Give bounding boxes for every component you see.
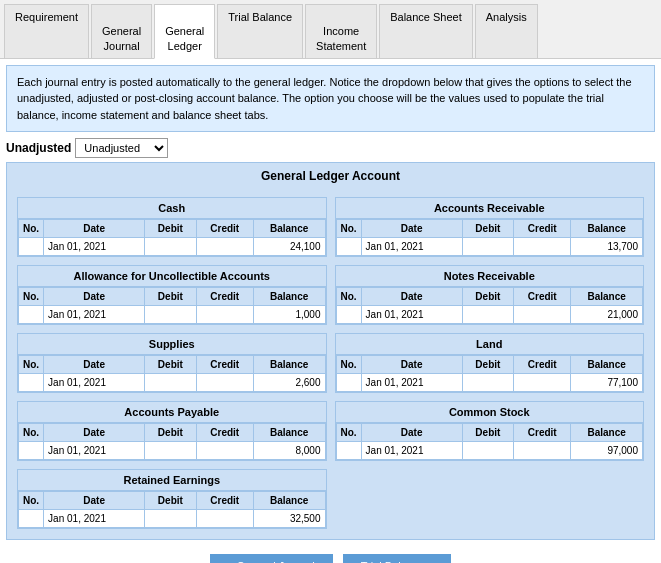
col-no: No. (336, 356, 361, 374)
col-debit: Debit (462, 424, 513, 442)
col-balance: Balance (253, 356, 325, 374)
tab-general-journal[interactable]: General Journal (91, 4, 152, 58)
col-credit: Credit (196, 356, 253, 374)
col-debit: Debit (462, 356, 513, 374)
account-supplies-title: Supplies (18, 334, 326, 355)
col-no: No. (19, 220, 44, 238)
tab-requirement[interactable]: Requirement (4, 4, 89, 58)
col-balance: Balance (253, 288, 325, 306)
account-supplies: Supplies No. Date Debit Credit Balance J… (17, 333, 327, 393)
col-no: No. (336, 288, 361, 306)
col-credit: Credit (514, 220, 571, 238)
col-date: Date (44, 424, 145, 442)
table-row: Jan 01, 2021 13,700 (336, 238, 643, 256)
prev-button[interactable]: ‹ General Journal (210, 554, 333, 563)
col-date: Date (44, 356, 145, 374)
account-retained-earnings-title: Retained Earnings (18, 470, 326, 491)
account-ar-title: Accounts Receivable (336, 198, 644, 219)
col-debit: Debit (145, 492, 196, 510)
table-row: Jan 01, 2021 24,100 (19, 238, 326, 256)
col-no: No. (19, 356, 44, 374)
col-balance: Balance (571, 424, 643, 442)
col-no: No. (336, 424, 361, 442)
col-debit: Debit (462, 288, 513, 306)
tab-balance-sheet[interactable]: Balance Sheet (379, 4, 473, 58)
bottom-navigation: ‹ General Journal Trial Balance › (0, 544, 661, 563)
tab-trial-balance[interactable]: Trial Balance (217, 4, 303, 58)
table-row: Jan 01, 2021 8,000 (19, 442, 326, 460)
col-balance: Balance (571, 220, 643, 238)
general-ledger-section: General Ledger Account Cash No. Date Deb… (6, 162, 655, 540)
col-credit: Credit (514, 288, 571, 306)
table-row: Jan 01, 2021 21,000 (336, 306, 643, 324)
tab-bar: Requirement General Journal General Ledg… (0, 0, 661, 59)
account-land-title: Land (336, 334, 644, 355)
col-date: Date (361, 288, 462, 306)
col-balance: Balance (253, 220, 325, 238)
table-row: Jan 01, 2021 2,600 (19, 374, 326, 392)
account-land: Land No. Date Debit Credit Balance Jan 0… (335, 333, 645, 393)
col-credit: Credit (196, 424, 253, 442)
col-debit: Debit (145, 424, 196, 442)
account-cash: Cash No. Date Debit Credit Balance Jan 0… (17, 197, 327, 257)
col-balance: Balance (253, 424, 325, 442)
table-row: Jan 01, 2021 32,500 (19, 510, 326, 528)
col-credit: Credit (514, 424, 571, 442)
col-debit: Debit (145, 288, 196, 306)
col-date: Date (361, 220, 462, 238)
table-row: Jan 01, 2021 97,000 (336, 442, 643, 460)
col-date: Date (44, 492, 145, 510)
dropdown-label: Unadjusted (6, 141, 71, 155)
next-button[interactable]: Trial Balance › (343, 554, 451, 563)
col-debit: Debit (145, 220, 196, 238)
col-credit: Credit (196, 288, 253, 306)
col-no: No. (19, 424, 44, 442)
account-allowance-title: Allowance for Uncollectible Accounts (18, 266, 326, 287)
account-ap-title: Accounts Payable (18, 402, 326, 423)
col-balance: Balance (253, 492, 325, 510)
account-ap: Accounts Payable No. Date Debit Credit B… (17, 401, 327, 461)
account-common-stock: Common Stock No. Date Debit Credit Balan… (335, 401, 645, 461)
account-notes-receivable: Notes Receivable No. Date Debit Credit B… (335, 265, 645, 325)
dropdown-area: Unadjusted Unadjusted Adjusted Post-Clos… (6, 138, 655, 158)
tab-general-ledger[interactable]: General Ledger (154, 4, 215, 59)
col-no: No. (19, 492, 44, 510)
col-credit: Credit (514, 356, 571, 374)
info-box: Each journal entry is posted automatical… (6, 65, 655, 133)
col-debit: Debit (145, 356, 196, 374)
account-allowance: Allowance for Uncollectible Accounts No.… (17, 265, 327, 325)
account-retained-earnings: Retained Earnings No. Date Debit Credit … (17, 469, 327, 529)
tab-analysis[interactable]: Analysis (475, 4, 538, 58)
col-date: Date (44, 288, 145, 306)
tab-income-statement[interactable]: Income Statement (305, 4, 377, 58)
col-no: No. (19, 288, 44, 306)
col-date: Date (44, 220, 145, 238)
table-row: Jan 01, 2021 77,100 (336, 374, 643, 392)
col-credit: Credit (196, 220, 253, 238)
ledger-grid: Cash No. Date Debit Credit Balance Jan 0… (7, 189, 654, 539)
col-no: No. (336, 220, 361, 238)
section-title: General Ledger Account (7, 163, 654, 189)
table-row: Jan 01, 2021 1,000 (19, 306, 326, 324)
account-common-stock-title: Common Stock (336, 402, 644, 423)
account-cash-title: Cash (18, 198, 326, 219)
account-ar: Accounts Receivable No. Date Debit Credi… (335, 197, 645, 257)
col-credit: Credit (196, 492, 253, 510)
col-date: Date (361, 356, 462, 374)
account-notes-title: Notes Receivable (336, 266, 644, 287)
col-debit: Debit (462, 220, 513, 238)
col-date: Date (361, 424, 462, 442)
col-balance: Balance (571, 356, 643, 374)
dropdown-select[interactable]: Unadjusted Adjusted Post-Closing (75, 138, 168, 158)
col-balance: Balance (571, 288, 643, 306)
